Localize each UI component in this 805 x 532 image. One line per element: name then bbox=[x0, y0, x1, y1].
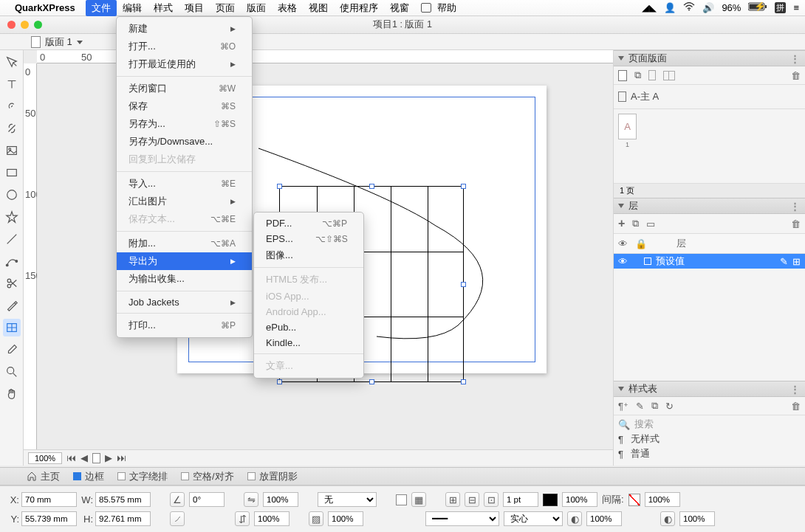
menu-import[interactable]: 导入...⌘E bbox=[117, 175, 252, 193]
tab-frame[interactable]: 边框 bbox=[73, 470, 104, 483]
layer-options-icon[interactable]: ⊞ bbox=[792, 256, 801, 267]
menu-export-as[interactable]: 导出为 bbox=[117, 252, 252, 270]
user-icon[interactable]: 👤 bbox=[664, 2, 676, 13]
frame-style-icon[interactable]: ▦ bbox=[411, 492, 426, 507]
style-search[interactable]: 🔍搜索 bbox=[618, 417, 801, 432]
export-image[interactable]: 图像... bbox=[254, 246, 363, 264]
scissor-tool[interactable] bbox=[3, 274, 21, 292]
merge-layer-icon[interactable]: ⧉ bbox=[632, 218, 639, 229]
export-eps[interactable]: EPS...⌥⇧⌘S bbox=[254, 231, 363, 246]
oval-tool[interactable] bbox=[3, 186, 21, 204]
unlink-tool[interactable] bbox=[3, 120, 21, 137]
border-all-icon[interactable]: ⊞ bbox=[445, 492, 460, 507]
edit-style-icon[interactable]: ✎ bbox=[636, 401, 644, 412]
page-nav-icon[interactable] bbox=[92, 453, 100, 463]
menu-append[interactable]: 附加...⌥⌘A bbox=[117, 235, 252, 252]
skew-icon[interactable]: ⟋ bbox=[170, 511, 185, 526]
stroke-shade[interactable] bbox=[586, 511, 622, 526]
star-tool[interactable] bbox=[3, 208, 21, 226]
lineweight-field[interactable] bbox=[503, 492, 538, 507]
item-tool[interactable] bbox=[3, 53, 21, 71]
menu-page[interactable]: 页面 bbox=[210, 0, 241, 16]
linestyle-select[interactable]: ━━━ bbox=[425, 511, 499, 526]
menu-export-picture[interactable]: 汇出图片 bbox=[117, 193, 252, 210]
flip-h-icon[interactable]: ⇋ bbox=[244, 492, 258, 507]
picture-tool[interactable] bbox=[3, 142, 21, 159]
stroke-shade2[interactable] bbox=[679, 511, 715, 526]
export-pdf[interactable]: PDF...⌥⌘P bbox=[254, 215, 363, 231]
menu-layout[interactable]: 版面 bbox=[241, 0, 272, 16]
wifi-icon[interactable] bbox=[683, 2, 695, 13]
style-row-normal[interactable]: ¶普通 bbox=[618, 446, 801, 461]
eye-icon[interactable]: 👁 bbox=[618, 256, 628, 267]
facing-page-icon[interactable] bbox=[663, 71, 675, 80]
menu-table[interactable]: 表格 bbox=[272, 0, 303, 16]
menu-edit[interactable]: 编辑 bbox=[117, 0, 148, 16]
menu-job-jackets[interactable]: Job Jackets bbox=[117, 294, 252, 310]
angle-field[interactable] bbox=[189, 492, 225, 507]
x-field[interactable] bbox=[21, 492, 77, 507]
panel-menu-icon[interactable]: ⋮ bbox=[790, 384, 801, 395]
opacity-a-field[interactable] bbox=[263, 492, 298, 507]
screen-mirror-icon[interactable] bbox=[421, 3, 431, 13]
page-nav-prev-icon[interactable]: ◀ bbox=[80, 452, 88, 463]
menu-collect[interactable]: 为输出收集... bbox=[117, 270, 252, 288]
menu-file[interactable]: 文件 bbox=[86, 0, 117, 16]
fill-opacity-field[interactable] bbox=[328, 511, 363, 526]
zoom-input[interactable] bbox=[28, 452, 62, 464]
panel-pages-header[interactable]: 页面版面⋮ bbox=[614, 50, 805, 66]
notification-icon[interactable]: ◢◣ bbox=[642, 2, 657, 13]
layout-name[interactable]: 版面 1 bbox=[45, 35, 72, 49]
volume-icon[interactable]: 🔊 bbox=[702, 2, 714, 13]
layer-row-default[interactable]: 👁 预设值 ✎ ⊞ bbox=[614, 254, 805, 269]
solid-select[interactable]: 实心 bbox=[504, 511, 563, 526]
border-v-icon[interactable]: ⊡ bbox=[484, 492, 499, 507]
menu-close[interactable]: 关闭窗口⌘W bbox=[117, 80, 252, 97]
link-tool[interactable] bbox=[3, 97, 21, 115]
opacity-b-field[interactable] bbox=[254, 511, 290, 526]
fill-select[interactable]: 无 bbox=[318, 492, 377, 507]
tab-shadow[interactable]: 放置阴影 bbox=[247, 470, 298, 483]
move-layer-icon[interactable]: ▭ bbox=[646, 218, 655, 229]
master-page-row[interactable]: A-主 A bbox=[618, 89, 801, 104]
y-field[interactable] bbox=[21, 511, 77, 526]
text-tool[interactable] bbox=[3, 75, 21, 93]
menu-downsave[interactable]: 另存为/Downsave... bbox=[117, 133, 252, 151]
menu-open-recent[interactable]: 打开最近使用的 bbox=[117, 55, 252, 73]
tab-runaround[interactable]: 文字绕排 bbox=[117, 470, 168, 483]
duplicate-page-icon[interactable]: ⧉ bbox=[634, 69, 641, 81]
stroke-color-swatch[interactable] bbox=[543, 494, 558, 506]
new-page-icon[interactable] bbox=[618, 70, 627, 81]
menu-open[interactable]: 打开...⌘O bbox=[117, 38, 252, 55]
gap-opacity[interactable] bbox=[645, 492, 680, 507]
tab-space[interactable]: 空格/对齐 bbox=[181, 470, 234, 483]
panel-menu-icon[interactable]: ⋮ bbox=[790, 53, 801, 64]
export-kindle[interactable]: Kindle... bbox=[254, 335, 363, 350]
menu-help[interactable]: 帮助 bbox=[431, 0, 462, 16]
panel-styles-header[interactable]: 样式表⋮ bbox=[614, 381, 805, 397]
pen-tool[interactable] bbox=[3, 297, 21, 314]
add-layer-icon[interactable]: + bbox=[618, 217, 625, 230]
menu-extras-icon[interactable]: ≡ bbox=[793, 2, 799, 13]
page-nav-first-icon[interactable]: ⏮ bbox=[66, 452, 76, 463]
menu-utilities[interactable]: 使用程序 bbox=[334, 0, 384, 16]
bezier-tool[interactable] bbox=[3, 252, 21, 270]
duplicate-style-icon[interactable]: ⧉ bbox=[651, 400, 658, 412]
eyedropper-tool[interactable] bbox=[3, 341, 21, 359]
menu-save[interactable]: 保存⌘S bbox=[117, 97, 252, 115]
w-field[interactable] bbox=[95, 492, 151, 507]
edit-layer-icon[interactable]: ✎ bbox=[780, 256, 788, 267]
menu-new[interactable]: 新建 bbox=[117, 20, 252, 38]
line-tool[interactable] bbox=[3, 230, 21, 248]
zoom-tool[interactable] bbox=[3, 363, 21, 381]
panel-layers-header[interactable]: 层⋮ bbox=[614, 198, 805, 214]
menu-save-as[interactable]: 另存为...⇧⌘S bbox=[117, 115, 252, 133]
page-thumbnail[interactable]: A bbox=[618, 114, 637, 139]
input-method-icon[interactable]: 拼 bbox=[775, 2, 786, 13]
battery-icon[interactable]: ⚡ bbox=[748, 2, 767, 13]
new-style-icon[interactable]: ¶⁺ bbox=[618, 401, 628, 412]
trash-icon[interactable]: 🗑 bbox=[791, 218, 801, 229]
menu-view[interactable]: 视图 bbox=[303, 0, 334, 16]
single-page-icon[interactable] bbox=[648, 70, 656, 80]
suppress-output-checkbox[interactable] bbox=[396, 494, 407, 505]
